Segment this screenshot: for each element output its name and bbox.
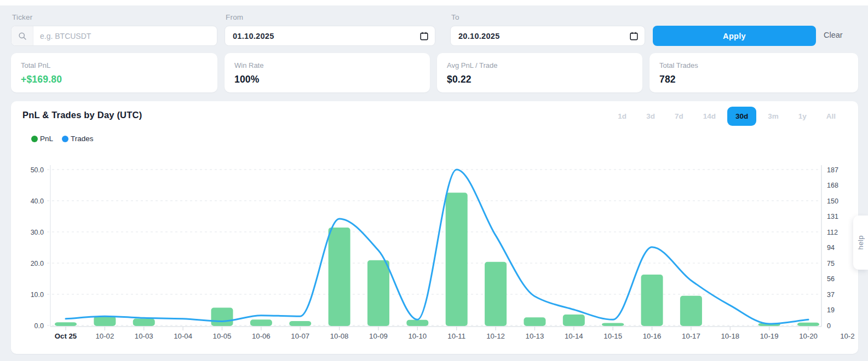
left-axis-tick: 20.0 <box>31 260 44 267</box>
legend-label: Trades <box>71 135 94 143</box>
to-label: To <box>451 13 459 21</box>
range-button-1d[interactable]: 1d <box>610 107 635 126</box>
x-axis-label: 10-08 <box>330 332 349 340</box>
x-axis-label: Oct 25 <box>55 332 77 340</box>
range-button-3m[interactable]: 3m <box>760 107 787 126</box>
right-axis-tick: 56 <box>827 275 835 283</box>
x-axis-label: 10-18 <box>721 332 739 340</box>
x-axis-label: 10-12 <box>486 332 505 340</box>
stat-label: Total PnL <box>21 61 208 69</box>
pnl-bar <box>250 319 272 326</box>
pnl-bar <box>329 228 350 326</box>
stat-value: +$169.80 <box>21 74 208 85</box>
pnl-bar <box>524 317 545 326</box>
pnl-bar <box>797 323 819 326</box>
stat-value: 100% <box>234 74 420 85</box>
pnl-bar <box>94 316 116 326</box>
right-axis-tick: 94 <box>827 244 835 252</box>
from-date-value: 01.10.2025 <box>225 32 420 40</box>
x-axis-label: 10-09 <box>369 332 388 340</box>
legend-item-trades[interactable]: Trades <box>62 135 94 143</box>
x-axis-label: 10-02 <box>96 332 114 340</box>
x-axis-label: 10-14 <box>565 332 583 340</box>
x-axis-label: 10-20 <box>799 332 818 340</box>
left-axis-tick: 50.0 <box>31 166 44 174</box>
apply-button[interactable]: Apply <box>653 26 816 46</box>
pnl-bar <box>367 260 389 326</box>
right-axis-tick: 19 <box>827 306 835 314</box>
pnl-bar <box>406 320 428 326</box>
range-button-30d[interactable]: 30d <box>727 107 756 126</box>
from-label: From <box>226 13 243 21</box>
right-axis-tick: 112 <box>827 229 838 236</box>
range-button-14d[interactable]: 14d <box>695 107 724 126</box>
x-axis-label: 10-06 <box>252 332 271 340</box>
legend-item-pnl[interactable]: PnL <box>31 135 53 143</box>
x-axis-label: 10-11 <box>447 332 465 340</box>
x-axis-label: 10-03 <box>135 332 153 340</box>
range-button-7d[interactable]: 7d <box>666 107 692 126</box>
x-axis-label: 10-16 <box>643 332 662 340</box>
x-axis-label: 10-04 <box>174 332 192 340</box>
chart-legend: PnLTrades <box>31 135 94 143</box>
x-axis-label: 10-07 <box>291 332 309 340</box>
pnl-bar <box>55 322 77 326</box>
ticker-input[interactable] <box>33 32 217 40</box>
right-axis-tick: 0 <box>827 322 831 330</box>
ticker-label: Ticker <box>12 13 32 21</box>
x-axis-label: 10-05 <box>213 332 232 340</box>
to-date-input[interactable]: 20.10.2025 <box>450 26 645 46</box>
pnl-bar <box>133 318 155 326</box>
stat-value: $0.22 <box>447 74 633 85</box>
right-axis-tick: 187 <box>827 166 838 174</box>
help-tab-label: help <box>856 235 865 250</box>
pnl-bar <box>641 275 663 326</box>
x-axis-label: 10-15 <box>603 332 622 340</box>
range-button-1y[interactable]: 1y <box>790 107 815 126</box>
chart-card: PnL & Trades by Day (UTC) 1d3d7d14d30d3m… <box>11 101 858 354</box>
search-icon <box>12 26 33 45</box>
pnl-bar <box>680 296 702 326</box>
pnl-bar <box>211 308 233 326</box>
right-axis-tick: 75 <box>827 260 835 267</box>
left-axis-tick: 30.0 <box>31 229 44 236</box>
pnl-bar <box>289 321 311 326</box>
x-axis-label: 10-17 <box>682 332 700 340</box>
pnl-bar <box>446 193 468 326</box>
range-selector: 1d3d7d14d30d3m1yAll <box>610 107 844 126</box>
to-date-value: 20.10.2025 <box>451 32 630 40</box>
right-axis-tick: 131 <box>827 213 838 220</box>
from-date-input[interactable]: 01.10.2025 <box>225 26 435 46</box>
ticker-field[interactable] <box>11 26 217 46</box>
stat-card: Avg PnL / Trade$0.22 <box>437 53 642 92</box>
top-strip <box>0 0 868 5</box>
stat-card: Total PnL+$169.80 <box>11 53 217 92</box>
chart-title: PnL & Trades by Day (UTC) <box>22 110 142 120</box>
left-axis-tick: 40.0 <box>31 197 44 205</box>
x-axis-label: 10-19 <box>760 332 779 340</box>
right-axis-tick: 37 <box>827 291 835 299</box>
calendar-icon[interactable] <box>420 32 428 40</box>
help-tab[interactable]: help <box>853 216 868 270</box>
stat-card: Win Rate100% <box>225 53 430 92</box>
pnl-bar <box>485 262 507 326</box>
stat-card: Total Trades782 <box>649 53 858 92</box>
right-axis-tick: 168 <box>827 182 838 189</box>
calendar-icon[interactable] <box>630 32 638 40</box>
x-axis-label: 10-2 <box>840 332 854 340</box>
pnl-trades-chart: 50.040.030.020.010.00.018716815013111294… <box>11 154 858 351</box>
range-button-all[interactable]: All <box>818 107 844 126</box>
legend-dot-icon <box>31 136 38 142</box>
left-axis-tick: 0.0 <box>35 322 44 330</box>
left-axis-tick: 10.0 <box>31 291 44 299</box>
right-axis-tick: 150 <box>827 197 838 205</box>
range-button-3d[interactable]: 3d <box>638 107 663 126</box>
pnl-bar <box>602 323 624 326</box>
x-axis-label: 10-13 <box>526 332 544 340</box>
legend-label: PnL <box>40 135 53 143</box>
stat-label: Total Trades <box>659 61 848 69</box>
stat-label: Win Rate <box>234 61 420 69</box>
stat-value: 782 <box>659 74 848 85</box>
x-axis-label: 10-10 <box>408 332 427 340</box>
clear-button[interactable]: Clear <box>824 31 843 39</box>
